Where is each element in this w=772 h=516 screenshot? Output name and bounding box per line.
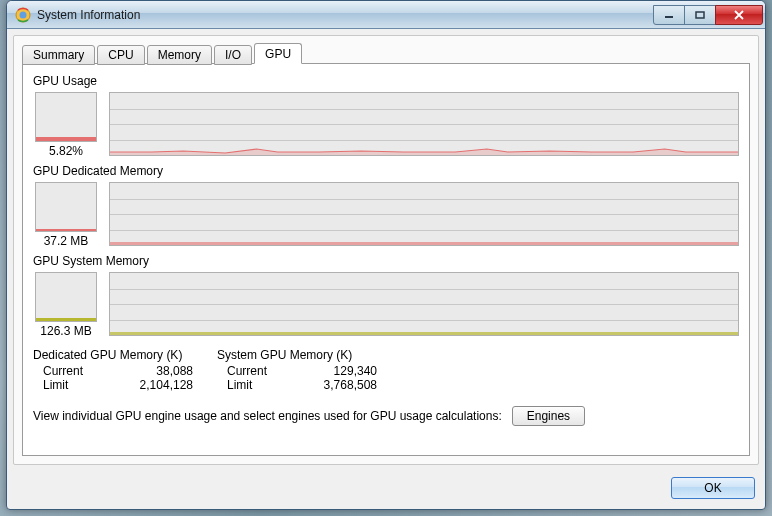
gpu-usage-graph xyxy=(109,92,739,156)
ok-button[interactable]: OK xyxy=(671,477,755,499)
svg-rect-3 xyxy=(696,12,704,18)
gpu-dedicated-graph xyxy=(109,182,739,246)
svg-point-1 xyxy=(20,11,27,18)
system-limit-value: 3,768,508 xyxy=(297,378,377,392)
system-current-value: 129,340 xyxy=(297,364,377,378)
dialog-buttons: OK xyxy=(7,471,765,509)
gpu-system-row: 126.3 MB xyxy=(33,272,739,338)
gpu-dedicated-row: 37.2 MB xyxy=(33,182,739,248)
svg-rect-2 xyxy=(665,16,673,18)
gpu-usage-gauge xyxy=(35,92,97,142)
close-button[interactable] xyxy=(715,5,763,25)
minimize-button[interactable] xyxy=(653,5,685,25)
tab-io[interactable]: I/O xyxy=(214,45,252,65)
dedicated-stats-title: Dedicated GPU Memory (K) xyxy=(33,348,193,362)
system-stats-title: System GPU Memory (K) xyxy=(217,348,377,362)
titlebar[interactable]: System Information xyxy=(7,1,765,29)
dedicated-current-label: Current xyxy=(43,364,113,378)
window-title: System Information xyxy=(37,8,654,22)
gpu-system-graph xyxy=(109,272,739,336)
engines-button[interactable]: Engines xyxy=(512,406,585,426)
tab-cpu[interactable]: CPU xyxy=(97,45,144,65)
window-controls xyxy=(654,5,763,25)
gpu-system-gauge xyxy=(35,272,97,322)
dedicated-limit-value: 2,104,128 xyxy=(113,378,193,392)
gpu-usage-value: 5.82% xyxy=(49,144,83,158)
gpu-panel: GPU Usage 5.82% xyxy=(22,63,750,456)
system-limit-label: Limit xyxy=(227,378,297,392)
gpu-dedicated-value: 37.2 MB xyxy=(44,234,89,248)
app-icon xyxy=(15,7,31,23)
maximize-icon xyxy=(695,11,705,19)
memory-stats: Dedicated GPU Memory (K) Current 38,088 … xyxy=(33,348,739,392)
dedicated-limit-label: Limit xyxy=(43,378,113,392)
tab-memory[interactable]: Memory xyxy=(147,45,212,65)
close-icon xyxy=(733,10,745,20)
gpu-system-label: GPU System Memory xyxy=(33,254,739,268)
dedicated-current-value: 38,088 xyxy=(113,364,193,378)
tab-gpu[interactable]: GPU xyxy=(254,43,302,64)
system-current-label: Current xyxy=(227,364,297,378)
gpu-usage-row: 5.82% xyxy=(33,92,739,158)
client-area: Summary CPU Memory I/O GPU GPU Usage 5.8… xyxy=(13,35,759,465)
gpu-dedicated-gauge xyxy=(35,182,97,232)
gpu-system-value: 126.3 MB xyxy=(40,324,91,338)
minimize-icon xyxy=(664,11,674,19)
engine-text: View individual GPU engine usage and sel… xyxy=(33,409,502,423)
engine-row: View individual GPU engine usage and sel… xyxy=(33,406,739,426)
dedicated-stats: Dedicated GPU Memory (K) Current 38,088 … xyxy=(33,348,193,392)
tab-strip: Summary CPU Memory I/O GPU xyxy=(22,42,750,64)
tab-summary[interactable]: Summary xyxy=(22,45,95,65)
gpu-usage-label: GPU Usage xyxy=(33,74,739,88)
gpu-dedicated-label: GPU Dedicated Memory xyxy=(33,164,739,178)
maximize-button[interactable] xyxy=(684,5,716,25)
system-stats: System GPU Memory (K) Current 129,340 Li… xyxy=(217,348,377,392)
system-information-window: System Information Summary CPU Memory I/… xyxy=(6,0,766,510)
